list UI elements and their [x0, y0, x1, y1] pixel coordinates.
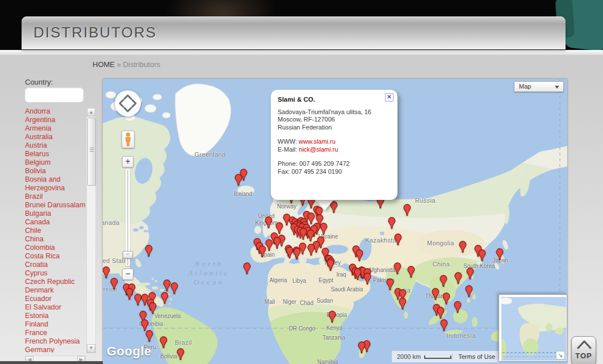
map-marker[interactable] — [363, 273, 371, 285]
country-link[interactable]: Bosnia and Herzegovina — [25, 175, 87, 193]
map-marker[interactable] — [163, 279, 171, 292]
map-marker[interactable] — [459, 241, 467, 253]
scroll-up-button[interactable]: ▲ — [87, 108, 95, 116]
country-link[interactable]: Chile — [25, 227, 87, 235]
country-link[interactable]: Ecuador — [25, 295, 87, 303]
map-marker[interactable] — [125, 288, 133, 300]
map-marker[interactable] — [149, 302, 157, 315]
country-link[interactable]: Finland — [25, 320, 87, 329]
pegman-control[interactable] — [122, 131, 135, 148]
map-marker[interactable] — [326, 259, 334, 271]
country-link[interactable]: Belgium — [25, 158, 87, 167]
map-marker[interactable] — [354, 268, 362, 281]
map-marker[interactable] — [265, 239, 273, 252]
overview-inset-map[interactable]: ↘ — [499, 294, 567, 362]
breadcrumb-home-link[interactable]: HOME — [93, 60, 115, 69]
country-link[interactable]: Cyprus — [25, 269, 87, 278]
scrollbar-grip — [90, 148, 94, 152]
country-link[interactable]: Bolivia — [25, 167, 87, 175]
distributor-map[interactable]: GreenlandIcelandNorwayUnited KingdomSpai… — [103, 79, 567, 364]
zoom-slider-handle[interactable]: − — [123, 251, 133, 258]
country-link[interactable]: Estonia — [25, 312, 87, 320]
map-marker[interactable] — [293, 248, 301, 260]
map-marker[interactable] — [145, 330, 153, 342]
map-marker[interactable] — [307, 244, 315, 256]
map-marker[interactable] — [299, 228, 307, 240]
country-link[interactable]: Belarus — [25, 150, 87, 158]
country-link[interactable]: China — [25, 235, 87, 244]
map-type-dropdown[interactable]: Map — [514, 81, 564, 92]
map-marker[interactable] — [454, 272, 462, 284]
map-marker[interactable] — [439, 275, 447, 287]
country-link[interactable]: Bulgaria — [25, 210, 87, 218]
map-marker[interactable] — [110, 278, 118, 290]
country-filter-input[interactable] — [25, 87, 83, 102]
email-link[interactable]: nick@slami.ru — [299, 146, 338, 153]
scroll-down-button[interactable]: ▼ — [87, 344, 95, 353]
country-link[interactable]: Czech Republic — [25, 278, 87, 286]
map-marker[interactable] — [454, 301, 462, 313]
info-window-title: Slami & CO. — [278, 96, 386, 104]
map-marker[interactable] — [170, 282, 178, 295]
map-marker[interactable] — [243, 262, 251, 275]
zoom-out-button[interactable]: − — [122, 269, 133, 280]
map-marker[interactable] — [355, 249, 363, 262]
map-marker[interactable] — [394, 233, 402, 246]
map-marker[interactable] — [258, 245, 266, 258]
country-link[interactable]: France — [25, 329, 87, 337]
map-marker[interactable] — [307, 229, 315, 242]
map-pan-control[interactable] — [115, 90, 141, 116]
country-list-vertical-scrollbar[interactable]: ▲ ▼ — [86, 107, 96, 353]
country-link[interactable]: Colombia — [25, 244, 87, 252]
map-marker[interactable] — [358, 341, 366, 354]
map-marker[interactable] — [388, 217, 396, 229]
scrollbar-thumb[interactable] — [87, 118, 96, 186]
country-link[interactable]: Argentina — [25, 116, 87, 124]
map-marker[interactable] — [407, 266, 415, 278]
map-marker[interactable] — [265, 216, 273, 229]
close-icon[interactable]: ✕ — [385, 93, 393, 102]
map-marker[interactable] — [496, 248, 504, 261]
map-marker[interactable] — [145, 245, 153, 257]
map-marker[interactable] — [437, 307, 445, 319]
country-link[interactable]: Brazil — [25, 193, 87, 201]
map-marker[interactable] — [442, 292, 450, 305]
map-marker[interactable] — [403, 204, 411, 216]
map-marker[interactable] — [103, 266, 110, 279]
country-link[interactable]: El Salvador — [25, 303, 87, 312]
info-window-tail — [315, 199, 334, 210]
map-marker[interactable] — [393, 262, 401, 275]
map-marker[interactable] — [399, 298, 407, 310]
zoom-in-button[interactable]: + — [122, 156, 133, 168]
terms-of-use-link[interactable]: Terms of Use — [452, 353, 495, 360]
country-link[interactable]: Germany — [25, 346, 87, 353]
map-marker[interactable] — [465, 285, 473, 298]
map-marker[interactable] — [177, 348, 185, 361]
country-link[interactable]: French Polynesia — [25, 337, 87, 346]
map-marker[interactable] — [160, 336, 168, 349]
map-marker[interactable] — [328, 311, 336, 323]
map-marker[interactable] — [466, 267, 474, 280]
country-link[interactable]: Brunei Darussalam — [25, 201, 87, 210]
map-marker[interactable] — [386, 278, 394, 291]
country-link[interactable]: Denmark — [25, 286, 87, 295]
country-link[interactable]: Canada — [25, 218, 87, 227]
country-link[interactable]: Costa Rica — [25, 252, 87, 261]
country-link[interactable]: Austria — [25, 141, 87, 150]
country-link[interactable]: Australia — [25, 133, 87, 141]
map-marker[interactable] — [478, 249, 486, 262]
country-link[interactable]: Armenia — [25, 124, 87, 133]
country-link[interactable]: Croatia — [25, 261, 87, 269]
www-link[interactable]: www.slami.ru — [299, 138, 336, 145]
map-marker[interactable] — [320, 223, 328, 235]
address-line: Moscow, RF-127006 — [278, 116, 386, 124]
map-marker[interactable] — [432, 288, 439, 300]
map-marker[interactable] — [235, 174, 242, 186]
scroll-to-top-button[interactable]: TOP — [571, 336, 596, 364]
map-marker[interactable] — [273, 237, 281, 249]
country-link[interactable]: Andorra — [25, 107, 87, 116]
map-marker[interactable] — [161, 292, 169, 304]
google-logo[interactable]: Google — [107, 344, 152, 359]
map-marker[interactable] — [440, 319, 448, 332]
inset-collapse-icon[interactable]: ↘ — [556, 351, 565, 359]
